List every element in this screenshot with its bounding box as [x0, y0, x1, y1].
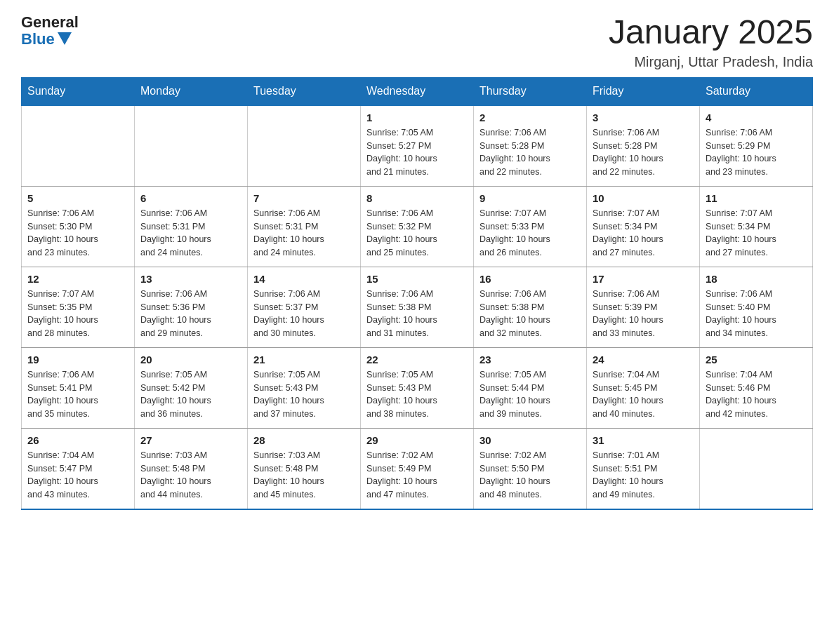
calendar-cell: 7Sunrise: 7:06 AMSunset: 5:31 PMDaylight…: [248, 186, 361, 267]
day-info: Sunrise: 7:06 AMSunset: 5:37 PMDaylight:…: [253, 288, 355, 340]
day-info: Sunrise: 7:06 AMSunset: 5:29 PMDaylight:…: [706, 126, 807, 179]
day-number: 12: [27, 273, 128, 285]
day-number: 16: [479, 273, 581, 285]
calendar-cell: 26Sunrise: 7:04 AMSunset: 5:47 PMDayligh…: [22, 428, 135, 509]
day-number: 4: [706, 112, 807, 123]
day-info: Sunrise: 7:01 AMSunset: 5:51 PMDaylight:…: [593, 449, 694, 502]
day-info: Sunrise: 7:06 AMSunset: 5:39 PMDaylight:…: [593, 288, 694, 340]
day-header-saturday: Saturday: [700, 77, 813, 105]
calendar-cell: 1Sunrise: 7:05 AMSunset: 5:27 PMDaylight…: [361, 105, 474, 187]
calendar-cell: 19Sunrise: 7:06 AMSunset: 5:41 PMDayligh…: [22, 347, 135, 428]
day-info: Sunrise: 7:03 AMSunset: 5:48 PMDaylight:…: [140, 449, 241, 502]
day-number: 30: [479, 434, 581, 446]
calendar-cell: [248, 105, 361, 187]
logo-triangle-icon: [58, 32, 72, 45]
calendar-cell: 22Sunrise: 7:05 AMSunset: 5:43 PMDayligh…: [361, 347, 474, 428]
calendar-cell: 20Sunrise: 7:05 AMSunset: 5:42 PMDayligh…: [135, 347, 248, 428]
day-info: Sunrise: 7:05 AMSunset: 5:27 PMDaylight:…: [366, 126, 468, 179]
title-block: January 2025 Mirganj, Uttar Pradesh, Ind…: [609, 14, 813, 70]
calendar-cell: 31Sunrise: 7:01 AMSunset: 5:51 PMDayligh…: [587, 428, 700, 509]
calendar-cell: [135, 105, 248, 187]
calendar-cell: 27Sunrise: 7:03 AMSunset: 5:48 PMDayligh…: [135, 428, 248, 509]
calendar-cell: 30Sunrise: 7:02 AMSunset: 5:50 PMDayligh…: [474, 428, 587, 509]
calendar-cell: 5Sunrise: 7:06 AMSunset: 5:30 PMDaylight…: [22, 186, 135, 267]
day-number: 6: [140, 192, 241, 204]
day-number: 29: [366, 434, 468, 446]
day-number: 27: [140, 434, 241, 446]
calendar-cell: 29Sunrise: 7:02 AMSunset: 5:49 PMDayligh…: [361, 428, 474, 509]
day-info: Sunrise: 7:02 AMSunset: 5:50 PMDaylight:…: [479, 449, 581, 502]
calendar-cell: 16Sunrise: 7:06 AMSunset: 5:38 PMDayligh…: [474, 267, 587, 347]
day-info: Sunrise: 7:02 AMSunset: 5:49 PMDaylight:…: [366, 449, 468, 502]
day-header-thursday: Thursday: [474, 77, 587, 105]
calendar-cell: 12Sunrise: 7:07 AMSunset: 5:35 PMDayligh…: [22, 267, 135, 347]
day-number: 31: [593, 434, 694, 446]
day-header-monday: Monday: [135, 77, 248, 105]
day-info: Sunrise: 7:05 AMSunset: 5:44 PMDaylight:…: [479, 368, 581, 421]
day-number: 20: [140, 354, 241, 365]
day-info: Sunrise: 7:05 AMSunset: 5:42 PMDaylight:…: [140, 368, 241, 421]
day-info: Sunrise: 7:06 AMSunset: 5:31 PMDaylight:…: [140, 207, 241, 260]
calendar-cell: 23Sunrise: 7:05 AMSunset: 5:44 PMDayligh…: [474, 347, 587, 428]
day-number: 22: [366, 354, 468, 365]
day-info: Sunrise: 7:06 AMSunset: 5:30 PMDaylight:…: [27, 207, 128, 260]
calendar-cell: 6Sunrise: 7:06 AMSunset: 5:31 PMDaylight…: [135, 186, 248, 267]
day-number: 9: [479, 192, 581, 204]
calendar-cell: [700, 428, 813, 509]
day-info: Sunrise: 7:06 AMSunset: 5:36 PMDaylight:…: [140, 288, 241, 340]
calendar-cell: 13Sunrise: 7:06 AMSunset: 5:36 PMDayligh…: [135, 267, 248, 347]
logo-blue-text: Blue: [21, 31, 72, 48]
calendar-cell: 8Sunrise: 7:06 AMSunset: 5:32 PMDaylight…: [361, 186, 474, 267]
calendar-cell: 25Sunrise: 7:04 AMSunset: 5:46 PMDayligh…: [700, 347, 813, 428]
day-number: 17: [593, 273, 694, 285]
day-header-wednesday: Wednesday: [361, 77, 474, 105]
calendar-cell: 14Sunrise: 7:06 AMSunset: 5:37 PMDayligh…: [248, 267, 361, 347]
day-number: 2: [479, 112, 581, 123]
day-number: 7: [253, 192, 355, 204]
day-number: 25: [706, 354, 807, 365]
calendar-cell: 28Sunrise: 7:03 AMSunset: 5:48 PMDayligh…: [248, 428, 361, 509]
logo-general-text: General: [21, 14, 79, 31]
day-info: Sunrise: 7:06 AMSunset: 5:41 PMDaylight:…: [27, 368, 128, 421]
calendar-cell: 2Sunrise: 7:06 AMSunset: 5:28 PMDaylight…: [474, 105, 587, 187]
day-info: Sunrise: 7:07 AMSunset: 5:35 PMDaylight:…: [27, 288, 128, 340]
day-number: 3: [593, 112, 694, 123]
day-info: Sunrise: 7:06 AMSunset: 5:28 PMDaylight:…: [593, 126, 694, 179]
day-number: 1: [366, 112, 468, 123]
day-info: Sunrise: 7:07 AMSunset: 5:34 PMDaylight:…: [593, 207, 694, 260]
month-title: January 2025: [609, 14, 813, 51]
day-info: Sunrise: 7:07 AMSunset: 5:34 PMDaylight:…: [706, 207, 807, 260]
calendar-cell: 15Sunrise: 7:06 AMSunset: 5:38 PMDayligh…: [361, 267, 474, 347]
calendar-cell: 10Sunrise: 7:07 AMSunset: 5:34 PMDayligh…: [587, 186, 700, 267]
day-number: 11: [706, 192, 807, 204]
day-header-friday: Friday: [587, 77, 700, 105]
day-number: 26: [27, 434, 128, 446]
calendar-table: SundayMondayTuesdayWednesdayThursdayFrid…: [21, 77, 813, 510]
day-number: 19: [27, 354, 128, 365]
day-info: Sunrise: 7:04 AMSunset: 5:45 PMDaylight:…: [593, 368, 694, 421]
day-number: 24: [593, 354, 694, 365]
day-info: Sunrise: 7:03 AMSunset: 5:48 PMDaylight:…: [253, 449, 355, 502]
page-header: General Blue January 2025 Mirganj, Uttar…: [21, 14, 813, 70]
day-info: Sunrise: 7:06 AMSunset: 5:28 PMDaylight:…: [479, 126, 581, 179]
day-info: Sunrise: 7:06 AMSunset: 5:31 PMDaylight:…: [253, 207, 355, 260]
day-header-tuesday: Tuesday: [248, 77, 361, 105]
day-number: 10: [593, 192, 694, 204]
day-number: 14: [253, 273, 355, 285]
calendar-cell: 9Sunrise: 7:07 AMSunset: 5:33 PMDaylight…: [474, 186, 587, 267]
calendar-cell: 11Sunrise: 7:07 AMSunset: 5:34 PMDayligh…: [700, 186, 813, 267]
day-number: 8: [366, 192, 468, 204]
calendar-cell: 21Sunrise: 7:05 AMSunset: 5:43 PMDayligh…: [248, 347, 361, 428]
day-number: 28: [253, 434, 355, 446]
day-info: Sunrise: 7:05 AMSunset: 5:43 PMDaylight:…: [253, 368, 355, 421]
calendar-cell: [22, 105, 135, 187]
day-info: Sunrise: 7:06 AMSunset: 5:40 PMDaylight:…: [706, 288, 807, 340]
day-number: 15: [366, 273, 468, 285]
day-number: 23: [479, 354, 581, 365]
calendar-cell: 24Sunrise: 7:04 AMSunset: 5:45 PMDayligh…: [587, 347, 700, 428]
day-number: 5: [27, 192, 128, 204]
logo: General Blue: [21, 14, 79, 48]
day-info: Sunrise: 7:06 AMSunset: 5:32 PMDaylight:…: [366, 207, 468, 260]
day-header-sunday: Sunday: [22, 77, 135, 105]
day-number: 21: [253, 354, 355, 365]
